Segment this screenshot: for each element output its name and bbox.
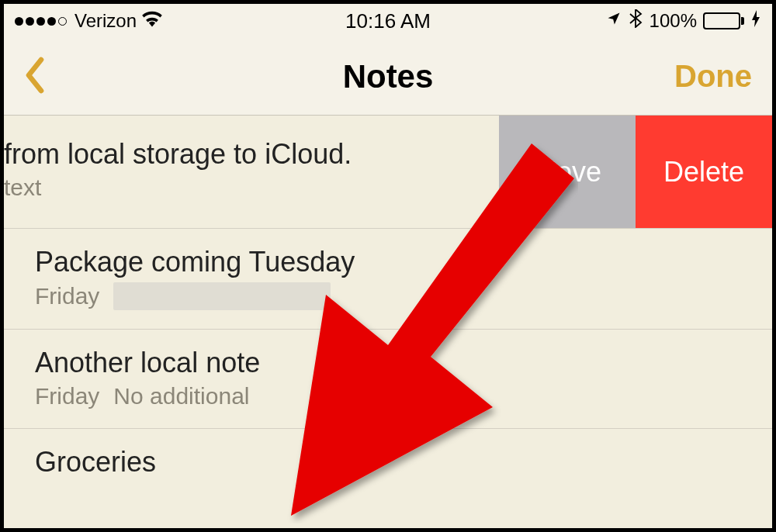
move-button[interactable]: Move [499,116,636,228]
battery-percentage: 100% [650,10,697,32]
location-icon [606,9,622,33]
note-row[interactable]: Groceries [4,429,772,479]
swipe-actions: Move Delete [499,116,772,228]
status-left: Verizon [15,10,163,32]
bluetooth-icon [628,9,643,33]
note-date: Friday [35,283,99,309]
back-button[interactable] [24,57,46,97]
note-date: Friday [35,383,99,409]
battery-icon [703,12,744,29]
note-row[interactable]: Package coming Tuesday Friday [4,229,772,330]
note-title: Another local note [35,345,772,380]
redacted-preview [113,282,331,310]
note-preview: No additional [113,383,249,409]
wifi-icon [141,10,163,32]
done-button[interactable]: Done [674,59,752,94]
carrier-label: Verizon [74,10,137,32]
note-row[interactable]: from local storage to iCloud. text Move … [4,116,772,229]
note-title: from local storage to iCloud. [4,136,499,171]
note-title: Package coming Tuesday [35,244,772,279]
note-preview: text [4,174,41,201]
note-title: Groceries [35,444,772,479]
status-right: 100% [606,9,761,33]
status-bar: Verizon 10:16 AM 100% [4,4,772,38]
signal-strength-icon [15,17,67,26]
status-time: 10:16 AM [345,9,431,33]
page-title: Notes [343,58,434,95]
notes-list[interactable]: from local storage to iCloud. text Move … [4,116,772,528]
delete-button[interactable]: Delete [636,116,772,228]
note-row[interactable]: Another local note Friday No additional [4,330,772,429]
charging-icon [750,9,761,33]
nav-bar: Notes Done [4,38,772,116]
